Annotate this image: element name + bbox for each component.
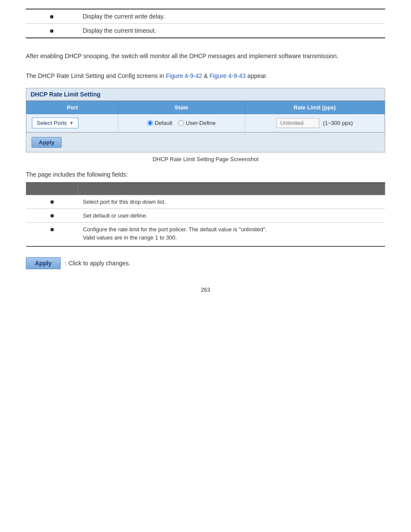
bullet-icon [50, 228, 54, 231]
bullet-icon [50, 15, 53, 19]
dhcp-panel-title: DHCP Rate Limit Setting [26, 88, 385, 101]
col-rate-limit: Rate Limit (pps) [245, 101, 384, 114]
table-row: Display the current write delay. [26, 9, 385, 24]
state-radio-group: Default User-Define [124, 120, 240, 126]
apply-section-description: : Click to apply changes. [65, 260, 131, 267]
row-text: Display the current write delay. [78, 9, 385, 24]
fields-col1-header [26, 183, 78, 195]
intro-line1: After enabling DHCP snooping, the switch… [26, 51, 385, 61]
intro-suffix: appear. [246, 72, 268, 79]
radio-user-define[interactable] [178, 120, 184, 126]
bullet-icon [50, 29, 53, 33]
fields-table: Select port for this drop down list. Set… [26, 182, 385, 247]
dhcp-table-row: Select Ports ▼ Default User-Define [27, 114, 385, 132]
bullet-cell [26, 24, 78, 38]
col-state: State [118, 101, 245, 114]
rate-limit-input[interactable] [276, 118, 319, 128]
state-cell: Default User-Define [118, 114, 245, 132]
fields-table-row: Select port for this drop down list. [26, 195, 385, 208]
fields-bullet-cell [26, 195, 78, 208]
dhcp-apply-button[interactable]: Apply [31, 137, 62, 148]
page-number: 263 [26, 286, 385, 293]
figure-link-1[interactable]: Figure 4-9-42 [166, 72, 202, 79]
top-table: Display the current write delay. Display… [26, 9, 385, 38]
intro-prefix: The DHCP Rate Limit Setting and Config s… [26, 72, 166, 79]
intro-mid: & [202, 72, 209, 79]
fields-table-row: Set default or user-define. [26, 208, 385, 222]
radio-default[interactable] [147, 120, 153, 126]
fields-row3-text2: Valid values are in the range 1 to 300. [83, 234, 380, 241]
dropdown-arrow-icon: ▼ [69, 121, 74, 125]
fields-table-row: Configure the rate limit for the port po… [26, 222, 385, 246]
fields-bullet-cell [26, 222, 78, 246]
fields-table-header-row [26, 183, 385, 195]
rate-limit-group: (1~300 pps) [250, 118, 379, 128]
table-row: Display the current timeout. [26, 24, 385, 38]
radio-default-label[interactable]: Default [147, 120, 172, 126]
fields-text-cell: Select port for this drop down list. [78, 195, 385, 208]
figure-link-2[interactable]: Figure 4-9-43 [209, 72, 246, 79]
fields-bullet-cell [26, 208, 78, 222]
fields-col2-header [78, 183, 385, 195]
fields-text-cell: Set default or user-define. [78, 208, 385, 222]
row-text: Display the current timeout. [78, 24, 385, 38]
dhcp-settings-table: Port State Rate Limit (pps) Select Ports… [26, 101, 385, 132]
radio-user-define-text: User-Define [186, 120, 215, 126]
apply-section: Apply : Click to apply changes. [26, 257, 385, 269]
apply-row: Apply [26, 132, 385, 152]
bullet-cell [26, 9, 78, 24]
col-port: Port [27, 101, 118, 114]
fields-intro-text: The page includes the following fields: [26, 171, 385, 178]
dhcp-panel-caption: DHCP Rate Limit Setting Page Screenshot [26, 156, 385, 162]
select-ports-button[interactable]: Select Ports ▼ [32, 118, 78, 128]
rate-limit-range-label: (1~300 pps) [323, 120, 353, 126]
radio-default-text: Default [155, 120, 172, 126]
intro-line2: The DHCP Rate Limit Setting and Config s… [26, 71, 385, 81]
bullet-icon [50, 200, 54, 204]
apply-section-button[interactable]: Apply [26, 257, 61, 269]
select-ports-label: Select Ports [37, 120, 67, 126]
fields-row3-text1: Configure the rate limit for the port po… [83, 226, 380, 233]
dhcp-table-header-row: Port State Rate Limit (pps) [27, 101, 385, 114]
port-cell: Select Ports ▼ [27, 114, 118, 132]
fields-text-cell: Configure the rate limit for the port po… [78, 222, 385, 246]
dhcp-rate-limit-panel: DHCP Rate Limit Setting Port State Rate … [26, 88, 385, 152]
rate-limit-cell: (1~300 pps) [245, 114, 384, 132]
radio-user-define-label[interactable]: User-Define [178, 120, 215, 126]
bullet-icon [50, 214, 54, 218]
